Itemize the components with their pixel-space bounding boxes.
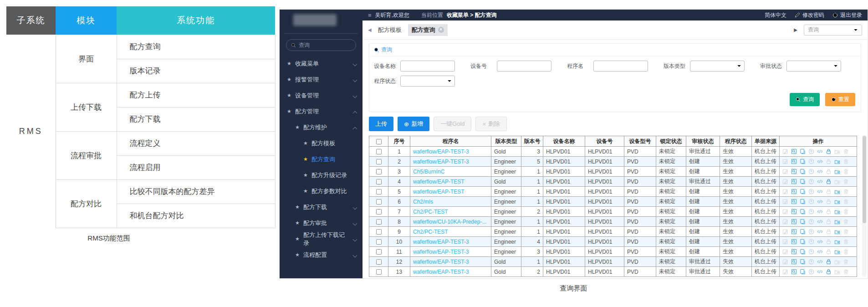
- field-control[interactable]: [400, 76, 455, 87]
- row-checkbox[interactable]: [376, 189, 382, 194]
- lock-icon[interactable]: [826, 199, 832, 205]
- reset-button[interactable]: 重置: [825, 93, 855, 106]
- close-icon[interactable]: ×: [438, 27, 444, 33]
- export-icon[interactable]: [834, 169, 840, 174]
- upload-circle-icon[interactable]: [808, 259, 814, 265]
- field-control[interactable]: [593, 61, 648, 72]
- sidebar-item[interactable]: ★ 配方升级记录: [280, 167, 363, 183]
- collapse-menu-icon[interactable]: ≡: [368, 12, 372, 19]
- lock-icon[interactable]: [826, 249, 832, 255]
- tab-scroll-right-icon[interactable]: ▶: [794, 27, 797, 32]
- export-icon[interactable]: [834, 179, 840, 184]
- logout-button[interactable]: 退出登录: [832, 11, 862, 19]
- lock-icon[interactable]: [826, 179, 832, 184]
- program-link[interactable]: Ch2/PC-TEST: [413, 229, 448, 235]
- row-checkbox[interactable]: [376, 259, 382, 265]
- export-icon[interactable]: [834, 259, 840, 265]
- lock-icon[interactable]: [826, 209, 832, 215]
- language-switch[interactable]: 简体中文: [765, 11, 786, 19]
- copy-icon[interactable]: [800, 229, 806, 235]
- trash-icon[interactable]: [843, 179, 849, 184]
- tab-operations-dropdown[interactable]: 查询: [804, 25, 862, 36]
- sidebar-item[interactable]: ★ 收藏菜单: [280, 56, 363, 72]
- edit-icon[interactable]: [782, 148, 788, 154]
- trash-icon[interactable]: [843, 148, 849, 154]
- export-icon[interactable]: [834, 209, 840, 215]
- trash-icon[interactable]: [843, 169, 849, 174]
- sidebar-item[interactable]: ★ 报警管理: [280, 72, 363, 87]
- field-control[interactable]: [400, 61, 455, 72]
- delete-button[interactable]: ×删除: [475, 117, 507, 131]
- upload-circle-icon[interactable]: [808, 269, 814, 275]
- upload-circle-icon[interactable]: [808, 249, 814, 255]
- trash-icon[interactable]: [843, 199, 849, 205]
- trash-icon[interactable]: [843, 249, 849, 255]
- sidebar-item[interactable]: ★ 流程配置: [280, 247, 363, 263]
- upload-circle-icon[interactable]: [808, 189, 814, 194]
- row-checkbox[interactable]: [376, 149, 382, 154]
- one-key-gold-button[interactable]: 一键Gold: [434, 117, 471, 131]
- code-icon[interactable]: [817, 209, 823, 215]
- query-panel-header[interactable]: 查询: [369, 44, 861, 56]
- lock-icon[interactable]: [826, 229, 832, 235]
- preview-icon[interactable]: [791, 229, 797, 235]
- upload-circle-icon[interactable]: [808, 148, 814, 154]
- code-icon[interactable]: [817, 249, 823, 255]
- row-checkbox[interactable]: [376, 229, 382, 235]
- program-link[interactable]: Ch2/mls: [413, 199, 433, 205]
- lock-icon[interactable]: [826, 269, 832, 275]
- search-button[interactable]: 查询: [790, 93, 820, 106]
- change-password-button[interactable]: 修改密码: [795, 11, 824, 19]
- edit-icon[interactable]: [782, 199, 788, 205]
- edit-icon[interactable]: [782, 239, 788, 245]
- upload-circle-icon[interactable]: [808, 169, 814, 174]
- sidebar-item[interactable]: ★ 配方模板: [280, 135, 363, 151]
- sidebar-item[interactable]: ★ 配方维护: [280, 119, 363, 135]
- copy-icon[interactable]: [800, 219, 806, 225]
- code-icon[interactable]: [817, 189, 823, 194]
- edit-icon[interactable]: [782, 229, 788, 235]
- vertical-scrollbar[interactable]: [862, 136, 867, 277]
- field-control[interactable]: [497, 61, 551, 72]
- program-link[interactable]: waferflow/CU-10KA-Predep-...: [413, 219, 486, 225]
- edit-icon[interactable]: [782, 259, 788, 265]
- copy-icon[interactable]: [800, 259, 806, 265]
- preview-icon[interactable]: [791, 189, 797, 194]
- trash-icon[interactable]: [843, 219, 849, 225]
- row-checkbox[interactable]: [376, 209, 382, 215]
- export-icon[interactable]: [834, 269, 840, 275]
- copy-icon[interactable]: [800, 239, 806, 245]
- sidebar-item[interactable]: ★ 设备管理: [280, 87, 363, 103]
- program-link[interactable]: Ch5/BurnInC: [413, 169, 444, 175]
- export-icon[interactable]: [834, 219, 840, 225]
- copy-icon[interactable]: [800, 169, 806, 174]
- sidebar-item[interactable]: ★ 配方下载: [280, 199, 363, 215]
- export-icon[interactable]: [834, 189, 840, 194]
- sidebar-item[interactable]: ★ 配方上传下载记录: [280, 231, 363, 247]
- upload-circle-icon[interactable]: [808, 159, 814, 164]
- sidebar-item[interactable]: ★ 配方审批: [280, 215, 363, 231]
- code-icon[interactable]: [817, 169, 823, 174]
- code-icon[interactable]: [817, 239, 823, 245]
- edit-icon[interactable]: [782, 189, 788, 194]
- preview-icon[interactable]: [791, 199, 797, 205]
- upload-button[interactable]: 上传: [369, 117, 393, 131]
- copy-icon[interactable]: [800, 249, 806, 255]
- code-icon[interactable]: [817, 159, 823, 164]
- program-link[interactable]: waferflow/EAP-TEST: [413, 189, 465, 195]
- lock-icon[interactable]: [826, 148, 832, 154]
- trash-icon[interactable]: [843, 209, 849, 215]
- add-button[interactable]: ⊕新增: [398, 117, 429, 131]
- preview-icon[interactable]: [791, 219, 797, 225]
- copy-icon[interactable]: [800, 159, 806, 164]
- tab-scroll-left-icon[interactable]: ◀: [368, 27, 372, 32]
- edit-icon[interactable]: [782, 159, 788, 164]
- scrollbar-thumb[interactable]: [863, 136, 866, 223]
- copy-icon[interactable]: [800, 199, 806, 205]
- program-link[interactable]: waferflow/EAP-TEST-3: [413, 249, 469, 255]
- row-checkbox[interactable]: [376, 159, 382, 164]
- code-icon[interactable]: [817, 179, 823, 184]
- preview-icon[interactable]: [791, 169, 797, 174]
- edit-icon[interactable]: [782, 209, 788, 215]
- copy-icon[interactable]: [800, 148, 806, 154]
